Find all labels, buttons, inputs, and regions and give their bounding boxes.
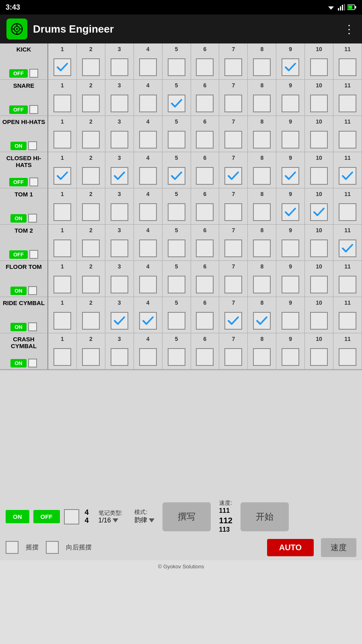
bottom-checkbox[interactable] <box>64 509 79 524</box>
beat-checkbox[interactable] <box>111 203 128 221</box>
drum-solo-checkbox[interactable] <box>29 69 38 78</box>
mode-value[interactable]: 韵律 <box>134 516 154 524</box>
beat-checkbox[interactable] <box>282 95 299 112</box>
beat-checkbox[interactable] <box>282 239 299 257</box>
drum-solo-checkbox[interactable] <box>29 105 38 114</box>
drum-toggle-btn[interactable]: ON <box>10 359 27 367</box>
drum-toggle-btn[interactable]: OFF <box>9 105 28 114</box>
beat-checkbox[interactable] <box>253 348 271 366</box>
beat-checkbox[interactable] <box>339 95 356 112</box>
beat-checkbox[interactable] <box>139 203 157 221</box>
beat-checkbox[interactable] <box>310 348 328 366</box>
note-type-value[interactable]: 1/16 <box>99 517 118 524</box>
beat-checkbox[interactable] <box>196 95 214 112</box>
beat-checkbox[interactable] <box>168 131 185 149</box>
drum-solo-checkbox[interactable] <box>28 322 37 331</box>
beat-checkbox[interactable] <box>139 58 157 76</box>
shake-checkbox[interactable] <box>6 541 19 554</box>
beat-checkbox[interactable] <box>53 131 71 149</box>
beat-checkbox[interactable] <box>282 312 299 330</box>
beat-checkbox[interactable] <box>339 203 356 221</box>
beat-checkbox[interactable] <box>82 95 100 112</box>
beat-checkbox[interactable] <box>253 203 271 221</box>
back-shake-checkbox[interactable] <box>46 541 59 554</box>
drum-solo-checkbox[interactable] <box>29 178 38 186</box>
beat-checkbox[interactable] <box>168 95 185 112</box>
beat-checkbox[interactable] <box>53 239 71 257</box>
drum-toggle-btn[interactable]: ON <box>10 323 27 331</box>
beat-checkbox[interactable] <box>139 348 157 366</box>
drum-solo-checkbox[interactable] <box>28 286 37 295</box>
beat-checkbox[interactable] <box>111 131 128 149</box>
beat-checkbox[interactable] <box>282 348 299 366</box>
beat-checkbox[interactable] <box>168 58 185 76</box>
beat-checkbox[interactable] <box>339 348 356 366</box>
beat-checkbox[interactable] <box>82 203 100 221</box>
beat-checkbox[interactable] <box>224 131 242 149</box>
beat-checkbox[interactable] <box>310 276 328 293</box>
beat-checkbox[interactable] <box>339 276 356 293</box>
beat-checkbox[interactable] <box>224 239 242 257</box>
beat-checkbox[interactable] <box>139 276 157 293</box>
beat-checkbox[interactable] <box>168 167 185 185</box>
drum-solo-checkbox[interactable] <box>28 359 37 367</box>
beat-checkbox[interactable] <box>253 312 271 330</box>
beat-checkbox[interactable] <box>310 203 328 221</box>
beat-checkbox[interactable] <box>82 239 100 257</box>
drum-toggle-btn[interactable]: ON <box>10 287 27 295</box>
write-button[interactable]: 撰写 <box>162 502 211 531</box>
beat-checkbox[interactable] <box>196 58 214 76</box>
beat-checkbox[interactable] <box>310 95 328 112</box>
beat-checkbox[interactable] <box>253 131 271 149</box>
beat-checkbox[interactable] <box>111 312 128 330</box>
beat-checkbox[interactable] <box>53 58 71 76</box>
beat-checkbox[interactable] <box>82 131 100 149</box>
beat-checkbox[interactable] <box>339 312 356 330</box>
drum-toggle-btn[interactable]: ON <box>10 142 27 150</box>
beat-checkbox[interactable] <box>253 95 271 112</box>
beat-checkbox[interactable] <box>196 348 214 366</box>
beat-checkbox[interactable] <box>196 239 214 257</box>
beat-checkbox[interactable] <box>310 167 328 185</box>
beat-checkbox[interactable] <box>253 276 271 293</box>
drum-toggle-btn[interactable]: ON <box>10 214 27 223</box>
beat-checkbox[interactable] <box>224 203 242 221</box>
beat-checkbox[interactable] <box>53 276 71 293</box>
menu-button[interactable]: ⋮ <box>343 23 356 36</box>
beat-checkbox[interactable] <box>253 167 271 185</box>
beat-checkbox[interactable] <box>310 131 328 149</box>
beat-checkbox[interactable] <box>168 348 185 366</box>
beat-checkbox[interactable] <box>310 58 328 76</box>
beat-checkbox[interactable] <box>53 167 71 185</box>
beat-checkbox[interactable] <box>282 203 299 221</box>
beat-checkbox[interactable] <box>196 131 214 149</box>
drum-solo-checkbox[interactable] <box>29 250 38 259</box>
beat-checkbox[interactable] <box>139 239 157 257</box>
beat-checkbox[interactable] <box>282 167 299 185</box>
beat-checkbox[interactable] <box>196 312 214 330</box>
beat-checkbox[interactable] <box>139 131 157 149</box>
beat-checkbox[interactable] <box>196 276 214 293</box>
beat-checkbox[interactable] <box>139 312 157 330</box>
beat-checkbox[interactable] <box>224 58 242 76</box>
beat-checkbox[interactable] <box>111 276 128 293</box>
beat-checkbox[interactable] <box>224 348 242 366</box>
beat-checkbox[interactable] <box>139 95 157 112</box>
beat-checkbox[interactable] <box>310 239 328 257</box>
drum-solo-checkbox[interactable] <box>28 141 37 150</box>
beat-checkbox[interactable] <box>111 348 128 366</box>
beat-checkbox[interactable] <box>224 95 242 112</box>
beat-checkbox[interactable] <box>339 239 356 257</box>
drum-solo-checkbox[interactable] <box>28 214 37 223</box>
beat-checkbox[interactable] <box>53 203 71 221</box>
speed-button[interactable]: 速度 <box>321 538 356 557</box>
beat-checkbox[interactable] <box>111 239 128 257</box>
beat-checkbox[interactable] <box>224 312 242 330</box>
beat-checkbox[interactable] <box>53 95 71 112</box>
beat-checkbox[interactable] <box>253 239 271 257</box>
drum-toggle-btn[interactable]: OFF <box>9 69 28 78</box>
bottom-off-button[interactable]: OFF <box>33 510 60 523</box>
beat-checkbox[interactable] <box>82 348 100 366</box>
beat-checkbox[interactable] <box>53 312 71 330</box>
beat-checkbox[interactable] <box>82 276 100 293</box>
